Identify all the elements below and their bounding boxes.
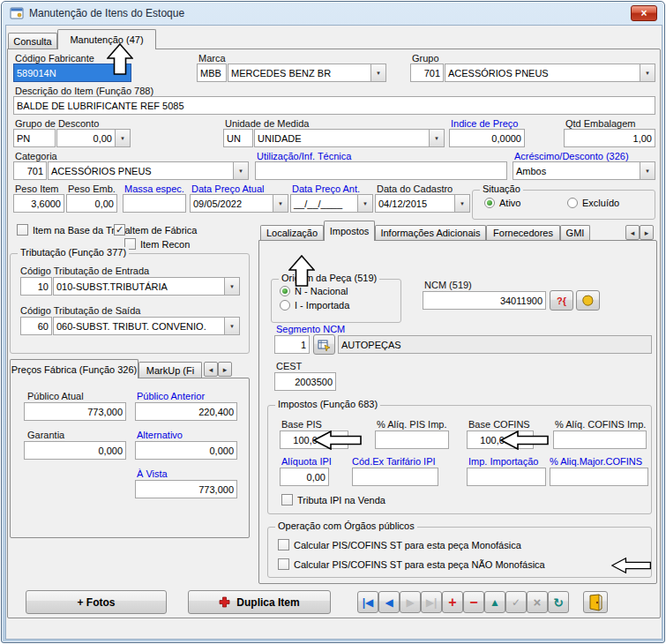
data-preco-atual-picker[interactable]: 09/05/2022 ▼ <box>190 194 288 213</box>
nav-insert-button[interactable]: + <box>442 591 463 613</box>
tab-impostos-label: Impostos <box>330 226 370 236</box>
utilizacao-input[interactable] <box>255 161 507 180</box>
tab-fornecedores[interactable]: Fornecedores <box>486 225 560 240</box>
tab-consulta[interactable]: Consulta <box>8 33 57 49</box>
nav-last-button[interactable]: ▶| <box>421 591 442 613</box>
a-vista-input[interactable] <box>135 480 237 498</box>
nav-refresh-button[interactable]: ↻ <box>548 591 569 613</box>
base-pis-label: Base PIS <box>281 419 322 430</box>
peso-item-input[interactable] <box>13 194 64 213</box>
tab-localizacao[interactable]: Localização <box>260 225 324 240</box>
duplica-item-button[interactable]: Duplica Item <box>188 590 331 614</box>
precos-tabs-scroll-left[interactable]: ◂ <box>204 362 218 377</box>
nav-post-button[interactable]: ✓ <box>505 591 527 613</box>
tributacao-entrada-label: Código Tributação de Entrada <box>20 266 149 276</box>
qtd-embalagem-input[interactable] <box>564 129 655 147</box>
unidade-code-input[interactable] <box>223 129 253 147</box>
fotos-button[interactable]: + Fotos <box>26 590 167 614</box>
aliquota-ipi-label[interactable]: Alíquota IPI <box>281 456 332 467</box>
categoria-combo[interactable]: ACESSÓRIOS PNEUS ▼ <box>48 161 249 180</box>
tributacao-entrada-code-input[interactable] <box>20 277 52 296</box>
grupo-label: Grupo <box>412 53 439 64</box>
segmento-lookup-button[interactable] <box>313 334 335 355</box>
aliq-cofins-input[interactable] <box>553 431 647 449</box>
checkbox-box <box>278 558 289 570</box>
nav-cancel-button[interactable]: × <box>527 591 548 613</box>
checkbox-pis-cofins-nao-monofasica[interactable]: Calcular PIS/COFINS ST para esta peça NÃ… <box>278 558 545 570</box>
marca-code-input[interactable] <box>197 64 227 82</box>
cest-input[interactable] <box>274 372 336 391</box>
grupo-desconto-combo[interactable]: 0,00 ▼ <box>56 129 131 147</box>
marca-combo[interactable]: MERCEDES BENZ BR ▼ <box>228 64 386 82</box>
segmento-code-input[interactable] <box>274 335 310 354</box>
segmento-ncm-label[interactable]: Segmento NCM <box>276 324 345 334</box>
close-button[interactable]: × <box>631 5 657 21</box>
radio-excluido-label: Excluído <box>582 198 619 208</box>
publico-atual-input[interactable] <box>24 402 126 421</box>
nav-edit-button[interactable]: ▲ <box>484 591 505 613</box>
grupo-combo[interactable]: ACESSÓRIOS PNEUS ▼ <box>445 64 655 82</box>
precos-tabs-scroll-right[interactable]: ▸ <box>218 362 232 377</box>
indice-preco-input[interactable] <box>449 129 525 147</box>
cod-ex-tarifario-label[interactable]: Cód.Ex Tarifário IPI <box>352 456 436 467</box>
grupo-code-input[interactable] <box>410 64 444 82</box>
checkbox-label: Tributa IPI na Venda <box>297 495 385 505</box>
data-preco-atual-label[interactable]: Data Preço Atual <box>191 183 265 194</box>
exit-door-icon <box>587 594 603 611</box>
aliquota-ipi-input[interactable] <box>280 468 329 486</box>
tributacao-saida-combo[interactable]: 060-SUBST. TRIBUT. CONVENIO. ▼ <box>53 317 240 335</box>
radio-ativo[interactable]: Ativo <box>484 198 520 208</box>
data-preco-ant-picker[interactable]: __/__/____ ▼ <box>290 194 373 213</box>
nav-refresh-icon: ↻ <box>553 595 564 610</box>
peso-emb-input[interactable] <box>66 194 117 213</box>
publico-anterior-label[interactable]: Público Anterior <box>137 391 205 401</box>
aliq-pis-input[interactable] <box>375 431 449 449</box>
tab-gmi[interactable]: GMI <box>560 225 590 240</box>
tributacao-entrada-combo[interactable]: 010-SUBST.TRIBUTÁRIA ▼ <box>53 277 240 296</box>
grupo-desconto-code-input[interactable] <box>13 129 56 147</box>
data-cadastro-picker[interactable]: 04/12/2015 ▼ <box>375 194 470 213</box>
utilizacao-label[interactable]: Utilização/Inf. Técnica <box>257 151 351 161</box>
radio-excluido[interactable]: Excluído <box>567 198 619 208</box>
ncm-input[interactable] <box>423 291 546 310</box>
alternativo-label[interactable]: Alternativo <box>137 430 183 440</box>
massa-espec-label[interactable]: Massa espec. <box>124 183 184 194</box>
checkbox-label: Calcular PIS/COFINS ST para esta peça Mo… <box>294 540 521 550</box>
unidade-combo[interactable]: UNIDADE ▼ <box>254 129 445 147</box>
inner-tabs-scroll-right[interactable]: ▸ <box>640 225 654 240</box>
inner-tabs-scroll-left[interactable]: ◂ <box>625 225 640 240</box>
acrescimo-desconto-combo[interactable]: Ambos ▼ <box>513 161 655 180</box>
exit-button[interactable] <box>583 591 608 613</box>
categoria-code-input[interactable] <box>13 161 47 180</box>
radio-importada[interactable]: I - Importada <box>280 300 349 311</box>
alternativo-input[interactable] <box>135 441 237 460</box>
ncm-help-button[interactable] <box>576 290 600 311</box>
data-preco-ant-label[interactable]: Data Preço Ant. <box>292 183 360 194</box>
checkbox-tributa-ipi[interactable]: Tributa IPI na Venda <box>281 494 385 505</box>
garantia-input[interactable] <box>24 441 126 460</box>
tab-impostos[interactable]: Impostos <box>324 221 375 241</box>
imp-importacao-label[interactable]: Imp. Importação <box>468 456 538 467</box>
tributacao-saida-code-input[interactable] <box>20 317 52 335</box>
nav-delete-button[interactable]: − <box>463 591 484 613</box>
tab-precos-fabrica[interactable]: Preços Fábrica (Função 326) <box>10 359 138 378</box>
aliq-cofins-label: % Alíq. COFINS Imp. <box>555 419 646 430</box>
nav-next-button[interactable]: ▶ <box>400 591 421 613</box>
acrescimo-desconto-label[interactable]: Acréscimo/Desconto (326) <box>514 151 629 161</box>
nav-prior-button[interactable]: ◀ <box>378 591 400 613</box>
imp-importacao-input[interactable] <box>467 468 546 486</box>
publico-anterior-input[interactable] <box>135 402 237 421</box>
aliq-major-cofins-label[interactable]: % Aliq.Major.COFINS <box>550 456 642 467</box>
descricao-input[interactable] <box>13 96 655 115</box>
indice-preco-label[interactable]: Indice de Preço <box>451 118 518 129</box>
tab-markup[interactable]: MarkUp (Fi <box>138 362 202 378</box>
checkbox-item-fabrica[interactable]: ✓Item de Fábrica <box>114 224 197 236</box>
massa-espec-input[interactable] <box>123 194 186 213</box>
tab-informacoes-adicionais[interactable]: Informações Adicionais <box>375 225 486 240</box>
checkbox-pis-cofins-monofasica[interactable]: Calcular PIS/COFINS ST para esta peça Mo… <box>278 539 521 550</box>
checkbox-item-recon[interactable]: Item Recon <box>124 238 190 250</box>
cod-ex-tarifario-input[interactable] <box>352 468 438 486</box>
ncm-query-button[interactable]: ?{ <box>550 290 573 311</box>
nav-first-button[interactable]: |◀ <box>357 591 378 613</box>
aliq-major-cofins-input[interactable] <box>550 468 648 486</box>
